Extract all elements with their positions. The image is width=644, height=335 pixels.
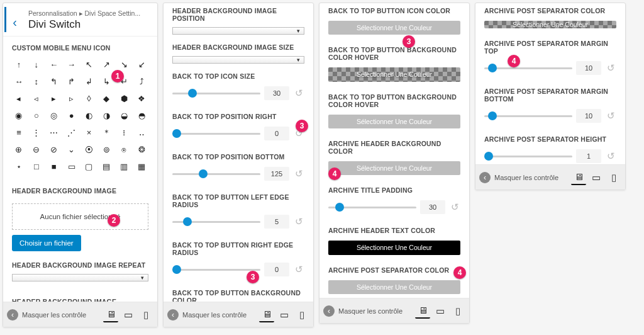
menu-icon-option[interactable]: ＊: [98, 125, 114, 140]
color-picker-back-to-top-icon[interactable]: Sélectionner Une Couleur: [328, 21, 460, 35]
slider-track[interactable]: [484, 115, 572, 117]
reset-icon[interactable]: ↺: [293, 216, 304, 227]
collapse-button[interactable]: ‹: [479, 172, 491, 183]
menu-icon-option[interactable]: ↙: [133, 57, 150, 72]
menu-icon-option[interactable]: ▢: [81, 159, 97, 174]
menu-icon-option[interactable]: ↗: [98, 57, 114, 72]
menu-icon-option[interactable]: ❖: [133, 91, 150, 106]
back-button[interactable]: ‹: [4, 7, 23, 32]
hide-controls-label[interactable]: Masquer les contrôle: [338, 307, 411, 315]
menu-icon-option[interactable]: ↓: [28, 57, 45, 72]
menu-icon-option[interactable]: ↱: [64, 74, 80, 89]
menu-icon-option[interactable]: ⬢: [116, 91, 132, 106]
reset-icon[interactable]: ↺: [605, 150, 616, 162]
menu-icon-option[interactable]: ◆: [98, 91, 114, 106]
slider-thumb[interactable]: [188, 89, 197, 98]
menu-icon-option[interactable]: →: [64, 57, 80, 72]
slider-thumb[interactable]: [172, 129, 181, 138]
slider-track[interactable]: [172, 269, 260, 271]
menu-icon-option[interactable]: ⋯: [46, 125, 62, 140]
menu-icon-option[interactable]: ↲: [81, 74, 97, 89]
slider-value[interactable]: 1: [576, 149, 601, 163]
menu-icon-option[interactable]: ■: [46, 159, 62, 174]
select-header-bg-position[interactable]: ▾: [172, 27, 304, 35]
menu-icon-option[interactable]: ◉: [11, 108, 27, 123]
slider-value[interactable]: 10: [576, 61, 601, 75]
color-picker-archive-header-bg[interactable]: Sélectionner Une Couleur: [328, 161, 460, 175]
slider-track[interactable]: [484, 156, 572, 157]
menu-icon-option[interactable]: ⤴: [133, 74, 150, 89]
tablet-icon[interactable]: ▭: [433, 304, 448, 319]
tablet-icon[interactable]: ▭: [121, 307, 136, 322]
menu-icon-option[interactable]: ↕: [28, 74, 45, 89]
menu-icon-option[interactable]: ×: [81, 125, 97, 140]
color-picker-back-to-top-bg-hover-2[interactable]: Sélectionner Une Couleur: [328, 115, 460, 128]
mobile-icon[interactable]: ▯: [294, 307, 309, 322]
menu-icon-option[interactable]: ⫶: [116, 125, 132, 140]
slider-track[interactable]: [172, 221, 260, 223]
reset-icon[interactable]: ↺: [605, 62, 616, 74]
menu-icon-option[interactable]: ▥: [116, 159, 132, 174]
menu-icon-option[interactable]: ▹: [64, 91, 80, 106]
color-picker-archive-header-text[interactable]: Sélectionner Une Couleur: [328, 241, 460, 254]
hide-controls-label[interactable]: Masquer les contrôle: [182, 311, 255, 319]
reset-icon[interactable]: ↺: [449, 202, 460, 213]
mobile-icon[interactable]: ▯: [606, 170, 621, 185]
slider-value[interactable]: 0: [264, 263, 289, 276]
menu-icon-option[interactable]: ⍟: [116, 142, 132, 157]
collapse-button[interactable]: ‹: [7, 309, 18, 321]
slider-value[interactable]: 125: [264, 167, 289, 181]
slider-track[interactable]: [328, 207, 416, 208]
slider-value[interactable]: 30: [264, 86, 289, 100]
menu-icon-option[interactable]: ⌄: [64, 142, 80, 157]
color-picker-back-to-top-bg-hover-1[interactable]: Sélectionner Une Couleur: [328, 67, 460, 81]
slider-value[interactable]: 10: [576, 109, 601, 123]
desktop-icon[interactable]: 🖥: [415, 304, 430, 319]
collapse-button[interactable]: ‹: [323, 305, 335, 317]
menu-icon-option[interactable]: ‥: [133, 125, 150, 140]
slider-track[interactable]: [172, 93, 260, 94]
desktop-icon[interactable]: 🖥: [571, 170, 586, 185]
menu-icon-option[interactable]: ▭: [64, 159, 80, 174]
slider-thumb[interactable]: [183, 217, 192, 226]
menu-icon-option[interactable]: ⊕: [11, 142, 27, 157]
select-header-bg-repeat[interactable]: ▾: [12, 274, 148, 281]
menu-icon-option[interactable]: ⋮: [28, 125, 45, 140]
menu-icon-option[interactable]: ⊖: [28, 142, 45, 157]
slider-thumb[interactable]: [335, 203, 344, 212]
menu-icon-option[interactable]: ←: [46, 57, 62, 72]
slider-track[interactable]: [172, 173, 260, 175]
color-picker-archive-post-separator[interactable]: Sélectionner Une Couleur: [484, 21, 616, 28]
file-dropzone[interactable]: Aucun fichier sélectionné: [12, 203, 148, 230]
mobile-icon[interactable]: ▯: [138, 307, 153, 322]
slider-thumb[interactable]: [488, 64, 497, 72]
reset-icon[interactable]: ↺: [293, 168, 304, 179]
menu-icon-option[interactable]: ◑: [98, 108, 114, 123]
menu-icon-option[interactable]: ○: [28, 108, 45, 123]
menu-icon-option[interactable]: □: [28, 159, 45, 174]
slider-value[interactable]: 30: [420, 200, 445, 214]
reset-icon[interactable]: ↺: [605, 110, 616, 122]
slider-value[interactable]: 0: [264, 127, 289, 140]
menu-icon-option[interactable]: ❂: [133, 142, 150, 157]
desktop-icon[interactable]: 🖥: [259, 307, 274, 322]
select-header-bg-size[interactable]: ▾: [172, 56, 304, 64]
slider-track[interactable]: [484, 67, 572, 69]
choose-file-button[interactable]: Choisir un fichier: [12, 235, 81, 251]
menu-icon-option[interactable]: ↖: [81, 57, 97, 72]
reset-icon[interactable]: ↺: [293, 88, 304, 99]
menu-icon-option[interactable]: ▤: [98, 159, 114, 174]
menu-icon-option[interactable]: ↰: [46, 74, 62, 89]
menu-icon-option[interactable]: ◊: [81, 91, 97, 106]
mobile-icon[interactable]: ▯: [450, 304, 465, 319]
menu-icon-option[interactable]: ◐: [81, 108, 97, 123]
menu-icon-option[interactable]: ⊘: [46, 142, 62, 157]
hide-controls-label[interactable]: Masquer les contrôle: [22, 311, 99, 319]
menu-icon-option[interactable]: ↑: [11, 57, 27, 72]
hide-controls-label[interactable]: Masquer les contrôle: [494, 174, 567, 181]
menu-icon-option[interactable]: ◓: [133, 108, 150, 123]
menu-icon-option[interactable]: ↔: [11, 74, 27, 89]
menu-icon-option[interactable]: ◎: [46, 108, 62, 123]
menu-icon-option[interactable]: ▦: [133, 159, 150, 174]
menu-icon-option[interactable]: ≡: [11, 125, 27, 140]
